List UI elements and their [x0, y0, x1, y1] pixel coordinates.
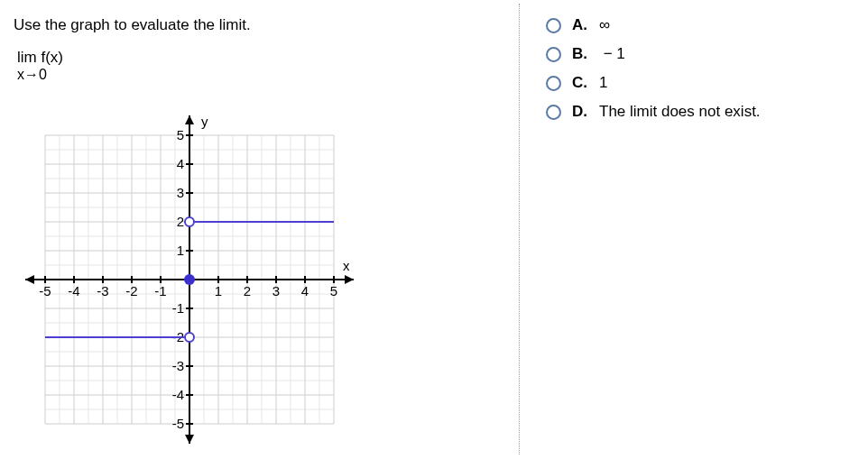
- ytick: -3: [172, 358, 184, 373]
- answer-choices: A. ∞ B. − 1 C. 1 D. The limit does not e…: [521, 0, 868, 459]
- xtick: 4: [301, 283, 309, 298]
- answer-a[interactable]: A. ∞: [546, 16, 859, 34]
- answer-c[interactable]: C. 1: [546, 74, 859, 92]
- y-axis-label: y: [201, 114, 208, 129]
- ytick: -5: [172, 416, 184, 431]
- answer-text: ∞: [599, 16, 610, 34]
- filled-point-origin: [184, 274, 195, 285]
- radio-icon[interactable]: [546, 76, 561, 91]
- answer-text: − 1: [599, 45, 625, 63]
- xtick: 2: [244, 283, 251, 298]
- question-prompt: Use the graph to evaluate the limit.: [14, 16, 505, 34]
- ytick: 5: [177, 127, 184, 142]
- xtick: -4: [68, 283, 79, 298]
- svg-marker-67: [185, 435, 194, 444]
- xtick: 3: [272, 283, 280, 298]
- ytick: 4: [177, 156, 184, 171]
- answer-text: 1: [599, 74, 607, 92]
- answer-letter: B.: [572, 45, 590, 63]
- x-axis-label: x: [343, 258, 350, 273]
- limit-expression: lim f(x) x→0: [17, 49, 505, 83]
- radio-icon[interactable]: [546, 47, 561, 62]
- ytick: 2: [177, 214, 184, 229]
- ytick: 1: [177, 243, 184, 258]
- xtick: 5: [330, 283, 337, 298]
- answer-d[interactable]: D. The limit does not exist.: [546, 103, 859, 121]
- radio-icon[interactable]: [546, 105, 561, 120]
- limit-top: lim f(x): [17, 49, 505, 67]
- xtick: -1: [154, 283, 166, 298]
- svg-marker-66: [185, 115, 194, 124]
- xtick: 1: [215, 283, 222, 298]
- ytick: -1: [172, 300, 184, 316]
- graph: -5 -4 -3 -2 -1 1 2 3 4 5 -5 -4 -3 -2 -1: [18, 108, 361, 455]
- ytick: 3: [177, 185, 184, 200]
- open-point-right: [185, 217, 194, 226]
- xtick: -5: [39, 283, 51, 298]
- limit-bottom: x→0: [17, 67, 505, 83]
- svg-marker-64: [345, 275, 354, 284]
- xtick: -3: [97, 283, 108, 298]
- answer-letter: D.: [572, 103, 590, 121]
- radio-icon[interactable]: [546, 18, 561, 33]
- answer-letter: C.: [572, 74, 590, 92]
- xtick: -2: [125, 283, 137, 298]
- ytick: -4: [172, 387, 184, 402]
- svg-marker-65: [25, 275, 34, 284]
- open-point-left: [185, 333, 194, 342]
- answer-b[interactable]: B. − 1: [546, 45, 859, 63]
- answer-letter: A.: [572, 16, 590, 34]
- answer-text: The limit does not exist.: [599, 103, 761, 121]
